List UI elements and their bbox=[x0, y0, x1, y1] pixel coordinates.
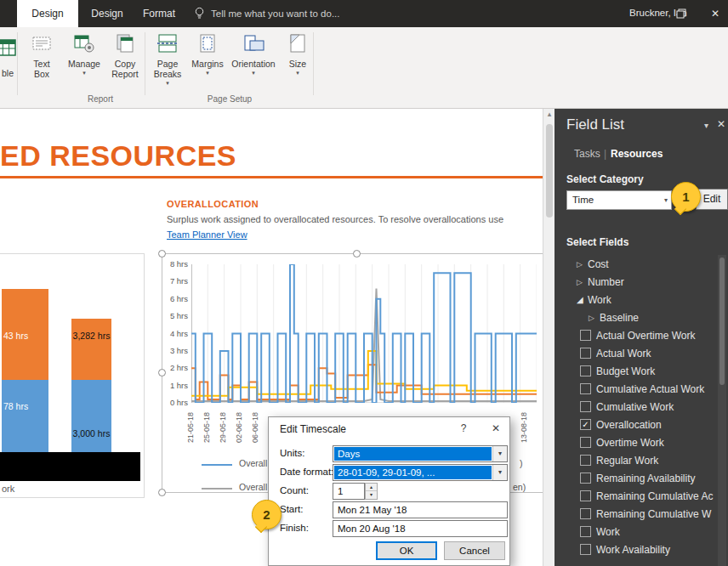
page-breaks-button[interactable]: Page Breaks ▾ bbox=[148, 31, 187, 97]
group-separator bbox=[17, 32, 18, 95]
team-planner-link[interactable]: Team Planner View bbox=[167, 229, 247, 240]
tab-resources[interactable]: Resources bbox=[611, 148, 663, 160]
tell-me-box[interactable]: Tell me what you want to do... bbox=[194, 0, 340, 27]
field-checkbox[interactable] bbox=[580, 473, 591, 484]
field-list-item[interactable]: Work bbox=[560, 523, 718, 541]
close-window-button[interactable]: ✕ bbox=[702, 0, 728, 27]
y-axis-label: 6 hrs bbox=[164, 294, 188, 303]
help-icon[interactable]: ? bbox=[456, 422, 471, 434]
resize-handle-top-center[interactable] bbox=[353, 250, 361, 258]
tab-design-active[interactable]: Design bbox=[17, 0, 78, 27]
field-list-item[interactable]: Cumulative Work bbox=[560, 398, 718, 416]
field-label: Work bbox=[596, 526, 620, 538]
dialog-close-icon[interactable]: ✕ bbox=[488, 422, 503, 434]
scrollbar-thumb[interactable] bbox=[719, 258, 725, 385]
field-list-item[interactable]: Remaining Cumulative Ac bbox=[560, 487, 718, 505]
tree-scrollbar[interactable] bbox=[718, 255, 726, 566]
expand-icon[interactable]: ▷ bbox=[577, 278, 588, 286]
manage-button[interactable]: Manage ▾ bbox=[65, 31, 104, 97]
bar1-orange-label: 43 hrs bbox=[3, 331, 28, 341]
date-format-dropdown[interactable]: 28-01-09, 29-01-09, ... ▾ bbox=[333, 464, 508, 481]
field-list-item[interactable]: Overtime Work bbox=[560, 433, 718, 451]
size-icon bbox=[287, 33, 309, 57]
orientation-button[interactable]: Orientation ▾ bbox=[228, 31, 279, 97]
field-list-item[interactable]: ▷Baseline bbox=[560, 308, 718, 326]
field-label: Remaining Cumulative W bbox=[596, 508, 711, 520]
category-dropdown[interactable]: Time ▾ bbox=[566, 190, 672, 210]
field-checkbox[interactable] bbox=[580, 330, 591, 341]
spin-up-icon[interactable]: ▴ bbox=[366, 484, 377, 491]
field-list-item[interactable]: Work Availability bbox=[560, 541, 718, 558]
orientation-icon bbox=[242, 33, 264, 57]
field-list-item[interactable]: Remaining Availability bbox=[560, 469, 718, 487]
expand-icon[interactable]: ▷ bbox=[589, 314, 600, 322]
count-spinner[interactable]: ▴ ▾ bbox=[365, 483, 378, 500]
resize-handle-bottom-left[interactable] bbox=[158, 489, 166, 496]
legend-line-gray bbox=[202, 488, 232, 490]
field-label: Remaining Availability bbox=[596, 473, 696, 484]
table-button-cut[interactable]: ble bbox=[0, 31, 17, 97]
restore-window-button[interactable] bbox=[668, 0, 694, 27]
bar2-blue-segment bbox=[71, 380, 111, 452]
field-list-item[interactable]: Cumulative Actual Work bbox=[560, 380, 718, 398]
cancel-button[interactable]: Cancel bbox=[444, 541, 505, 560]
page-breaks-label: Page Breaks bbox=[151, 59, 185, 79]
lightbulb-icon bbox=[194, 7, 211, 21]
field-checkbox[interactable] bbox=[580, 365, 591, 376]
y-axis-label: 4 hrs bbox=[164, 329, 188, 338]
margins-button[interactable]: Margins ▾ bbox=[189, 31, 226, 97]
dialog-title: Edit Timescale bbox=[280, 423, 346, 435]
start-input[interactable]: Mon 21 May '18 bbox=[333, 501, 508, 518]
text-box-button[interactable]: Text Box bbox=[22, 31, 61, 97]
field-list-item[interactable]: Remaining Cumulative W bbox=[560, 505, 718, 523]
collapse-icon[interactable]: ◢ bbox=[577, 295, 588, 304]
resize-handle-left-center[interactable] bbox=[158, 369, 166, 376]
field-list-item[interactable]: Actual Work bbox=[560, 344, 718, 362]
finish-input[interactable]: Mon 20 Aug '18 bbox=[333, 520, 508, 537]
pane-options-icon[interactable]: ▾ bbox=[704, 121, 708, 130]
size-label: Size bbox=[289, 59, 306, 69]
field-checkbox[interactable] bbox=[580, 490, 591, 501]
field-checkbox[interactable] bbox=[580, 455, 591, 466]
orientation-label: Orientation bbox=[231, 59, 275, 69]
date-format-value: 28-01-09, 29-01-09, ... bbox=[334, 466, 492, 479]
field-list-item[interactable]: ✓Overallocation bbox=[560, 416, 718, 433]
spin-down-icon[interactable]: ▾ bbox=[366, 491, 377, 499]
count-input[interactable]: 1 bbox=[333, 483, 365, 500]
tab-separator: | bbox=[604, 148, 606, 160]
tab-tasks[interactable]: Tasks bbox=[574, 148, 600, 160]
ok-button[interactable]: OK bbox=[376, 541, 437, 560]
field-list-item[interactable]: ▷Number bbox=[560, 273, 718, 291]
canvas-scrollbar[interactable]: ▴ bbox=[543, 109, 555, 566]
field-checkbox[interactable]: ✓ bbox=[580, 419, 591, 430]
callout-step-1: 1 bbox=[671, 182, 701, 212]
field-checkbox[interactable] bbox=[580, 544, 591, 555]
tab-design[interactable]: Design bbox=[82, 0, 133, 27]
field-checkbox[interactable] bbox=[580, 383, 591, 394]
field-checkbox[interactable] bbox=[580, 401, 591, 412]
tab-format[interactable]: Format bbox=[134, 0, 184, 27]
copy-report-button[interactable]: Copy Report bbox=[105, 31, 145, 97]
manage-label: Manage bbox=[68, 59, 100, 69]
field-checkbox[interactable] bbox=[580, 526, 591, 537]
field-checkbox[interactable] bbox=[580, 437, 591, 448]
field-list-item[interactable]: ▷Cost bbox=[560, 255, 718, 273]
legend-fragment-1: ) bbox=[520, 458, 523, 468]
scrollbar-thumb[interactable] bbox=[546, 124, 553, 218]
field-list-item[interactable]: ◢Work bbox=[560, 291, 718, 308]
margins-icon bbox=[196, 33, 219, 57]
copy-report-icon bbox=[114, 33, 136, 57]
field-list-item[interactable]: Regular Work bbox=[560, 451, 718, 469]
field-checkbox[interactable] bbox=[580, 508, 591, 519]
chevron-down-icon[interactable]: ▾ bbox=[492, 465, 507, 480]
field-list-item[interactable]: Actual Overtime Work bbox=[560, 326, 718, 344]
field-list-item[interactable]: Budget Work bbox=[560, 362, 718, 380]
chevron-down-icon[interactable]: ▾ bbox=[492, 446, 507, 461]
size-button[interactable]: Size ▾ bbox=[281, 31, 315, 97]
scroll-up-icon[interactable]: ▴ bbox=[543, 110, 555, 118]
resize-handle-top-left[interactable] bbox=[158, 250, 166, 258]
pane-close-icon[interactable]: ✕ bbox=[717, 118, 725, 130]
field-checkbox[interactable] bbox=[580, 348, 591, 359]
units-dropdown[interactable]: Days ▾ bbox=[333, 445, 508, 462]
expand-icon[interactable]: ▷ bbox=[577, 260, 588, 269]
